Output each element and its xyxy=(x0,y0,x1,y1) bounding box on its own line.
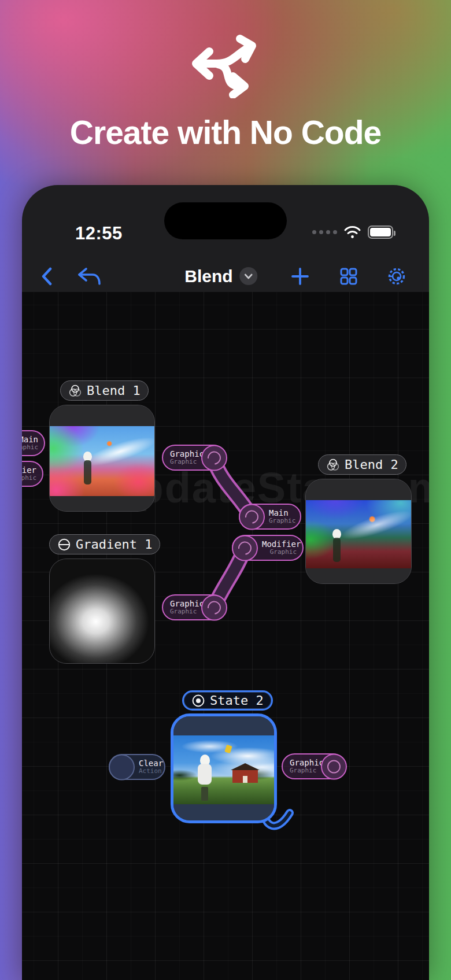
dynamic-island xyxy=(164,202,287,239)
state2-thumbnail xyxy=(173,735,274,804)
port-title: Graphic xyxy=(170,600,197,608)
port-subtitle: Graphic xyxy=(170,458,197,465)
port-subtitle: Graphic xyxy=(262,549,297,556)
port-gradient1-graphic-output[interactable]: Graphic Graphic xyxy=(162,594,227,620)
port-title: Main xyxy=(22,435,38,444)
port-state2-clear-input[interactable]: Clear Action xyxy=(109,754,165,780)
node-label-text: Gradient 1 xyxy=(76,537,152,552)
cellular-signal-icon xyxy=(312,230,337,234)
port-subtitle: Graphic xyxy=(170,608,197,615)
port-title: Graphic xyxy=(290,759,316,767)
node-label-blend1[interactable]: Blend 1 xyxy=(60,380,149,401)
plus-icon xyxy=(291,267,309,286)
promo-screenshot: Create with No Code 12:55 xyxy=(0,0,451,980)
settings-button[interactable] xyxy=(383,260,411,292)
state-icon xyxy=(191,694,205,708)
gear-icon xyxy=(386,266,407,287)
port-title: Modifier xyxy=(262,540,297,549)
port-blend2-main-input[interactable]: Main Graphic xyxy=(239,504,301,530)
port-subtitle: Graphic xyxy=(22,475,36,482)
branch-arrows-icon xyxy=(182,30,269,98)
node-label-gradient1[interactable]: Gradient 1 xyxy=(49,534,160,554)
node-label-text: State 2 xyxy=(210,693,264,708)
node-blend1[interactable] xyxy=(49,405,155,512)
undo-icon xyxy=(77,266,101,287)
blend-icon xyxy=(326,458,340,472)
kite-figure xyxy=(225,744,233,753)
battery-icon xyxy=(368,225,393,239)
phone-mockup: 12:55 Blend xyxy=(22,185,429,980)
node-label-blend2[interactable]: Blend 2 xyxy=(318,454,406,475)
port-connector[interactable] xyxy=(239,504,265,530)
blend-icon xyxy=(68,384,82,398)
port-connector[interactable] xyxy=(321,753,347,779)
port-connector[interactable] xyxy=(201,594,227,620)
wifi-icon xyxy=(343,225,361,239)
port-connector[interactable] xyxy=(109,754,135,780)
port-title: Clear xyxy=(139,759,157,768)
undo-button[interactable] xyxy=(74,260,104,292)
port-title: Modifier xyxy=(22,466,36,475)
navigation-bar: Blend xyxy=(22,260,429,292)
node-label-text: Blend 1 xyxy=(87,383,141,398)
status-time: 12:55 xyxy=(75,223,123,244)
port-blend2-modifier-input[interactable]: Modifier Graphic xyxy=(232,535,304,561)
status-bar: 12:55 xyxy=(22,185,429,260)
node-footer xyxy=(306,568,411,583)
node-header xyxy=(306,479,411,500)
node-footer xyxy=(173,804,274,820)
port-subtitle: Graphic xyxy=(22,444,38,451)
blend2-thumbnail xyxy=(306,500,411,568)
port-subtitle: Graphic xyxy=(290,767,316,774)
port-subtitle: Action xyxy=(139,768,157,775)
gradient1-thumbnail xyxy=(50,559,154,663)
add-node-button[interactable] xyxy=(287,260,313,292)
chevron-left-icon xyxy=(41,267,52,286)
library-grid-button[interactable] xyxy=(335,260,362,292)
person-figure xyxy=(198,755,213,804)
title-menu[interactable]: Blend xyxy=(184,260,257,292)
house-figure xyxy=(232,770,258,783)
node-graph-canvas[interactable]: UpdateStar.com Blend 1 xyxy=(22,292,429,980)
node-blend2[interactable] xyxy=(305,479,412,584)
back-button[interactable] xyxy=(35,260,58,292)
chevron-down-icon xyxy=(240,267,258,285)
node-label-text: Blend 2 xyxy=(345,457,398,472)
port-connector[interactable] xyxy=(201,445,227,471)
status-icons xyxy=(312,225,393,239)
port-title: Graphic xyxy=(170,450,197,458)
port-subtitle: Graphic xyxy=(269,517,294,524)
node-label-state2[interactable]: State 2 xyxy=(182,690,273,711)
grid-icon xyxy=(339,267,358,286)
node-header xyxy=(173,716,274,735)
page-title: Blend xyxy=(184,267,232,286)
node-gradient1[interactable] xyxy=(49,559,155,664)
port-state2-graphic-output[interactable]: Graphic Graphic xyxy=(282,753,346,779)
gradient-icon xyxy=(57,538,71,552)
port-title: Main xyxy=(269,509,294,517)
node-state2[interactable] xyxy=(171,713,277,823)
port-blend1-graphic-output[interactable]: Graphic Graphic xyxy=(162,445,227,471)
node-header xyxy=(50,405,154,426)
blend1-thumbnail xyxy=(50,426,154,496)
port-connector[interactable] xyxy=(232,535,258,561)
headline: Create with No Code xyxy=(0,113,451,151)
node-footer xyxy=(50,496,154,511)
